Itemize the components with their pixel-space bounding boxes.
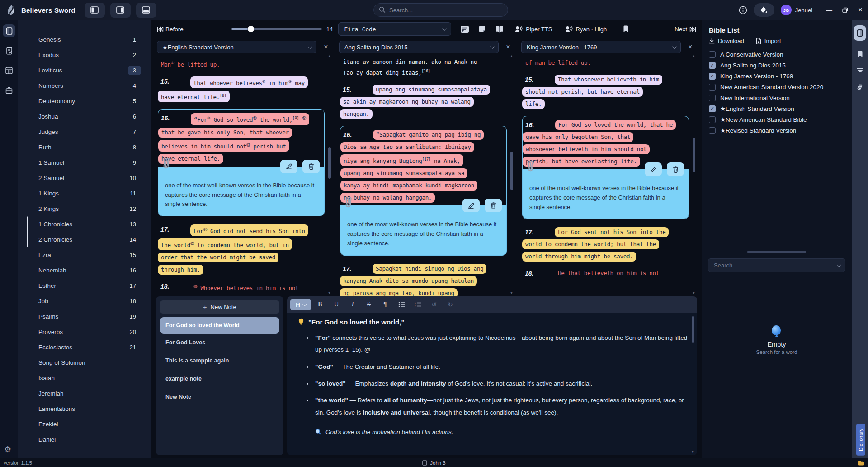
bible-list-tab-icon[interactable] xyxy=(854,25,866,41)
book-row[interactable]: Song of Solomon xyxy=(18,355,151,370)
column-scrollbar[interactable]: ▲▼ xyxy=(692,54,696,295)
note-list-item[interactable]: This is a sampple again xyxy=(160,352,279,370)
verse-text[interactable]: kanyang Anak dito sa mundo upang hatulan xyxy=(340,276,477,286)
font-family-select[interactable]: Fira Code xyxy=(338,22,451,36)
bible-version-row[interactable]: ✓King James Version - 1769 xyxy=(709,71,844,81)
delete-note-button[interactable] xyxy=(302,160,320,173)
book-row[interactable]: Numbers4 xyxy=(18,78,151,93)
book-row[interactable]: Daniel xyxy=(18,432,151,447)
book-row[interactable]: 2 Chronicles14 xyxy=(18,232,151,247)
book-row[interactable]: Judges7 xyxy=(18,124,151,139)
verse-text[interactable]: world through him might be saved. xyxy=(522,252,636,262)
verse-text[interactable]: Dios sa mga tao sa sanlibutan: Ibinigay xyxy=(340,142,474,152)
minimize-button[interactable]: — xyxy=(826,6,832,14)
highlights-tab-icon[interactable] xyxy=(857,67,863,73)
edit-note-button[interactable] xyxy=(462,199,480,212)
edit-note-button[interactable] xyxy=(645,162,662,176)
scrollbar-thumb[interactable] xyxy=(510,152,513,190)
close-column-button[interactable]: × xyxy=(320,43,332,51)
bullet-list-button[interactable] xyxy=(394,299,409,310)
bible-version-row[interactable]: ✓Ang Salita ng Dios 2015 xyxy=(709,60,844,71)
verse-text[interactable]: world to condemn the world; but that the xyxy=(522,239,659,249)
book-row[interactable]: Job18 xyxy=(18,293,151,309)
delete-note-button[interactable] xyxy=(485,199,502,212)
note-list-item[interactable]: example note xyxy=(160,370,279,388)
tts-engine-selector[interactable]: Piper TTS xyxy=(515,26,552,33)
delete-note-button[interactable] xyxy=(667,162,684,176)
column-scrollbar[interactable]: ▲▼ xyxy=(509,54,514,295)
note-list-item[interactable]: New Note xyxy=(160,388,279,406)
underline-button[interactable]: U xyxy=(329,299,344,310)
book-row[interactable]: Ezekiel xyxy=(18,416,151,432)
new-note-button[interactable]: + New Note xyxy=(160,300,279,314)
bold-button[interactable]: B xyxy=(313,299,327,310)
verse-text[interactable]: ⑯ Whoever believes in him is not xyxy=(190,281,302,293)
slider-thumb[interactable] xyxy=(248,26,254,32)
verse-text[interactable]: through him. xyxy=(158,265,203,275)
verse-text[interactable]: upang ang sinumang sumasampalataya xyxy=(373,85,490,95)
bookmark-tab-icon[interactable] xyxy=(857,51,863,57)
book-row[interactable]: Esther17 xyxy=(18,278,151,293)
book-row[interactable]: Joshua6 xyxy=(18,109,151,124)
edit-note-button[interactable] xyxy=(280,160,297,173)
editor-content[interactable]: "For God so loved the world," "For" conn… xyxy=(287,313,697,455)
verse-text[interactable]: the world⑮ to condemn the world, but in xyxy=(158,238,292,250)
avatar[interactable]: JG xyxy=(781,5,792,15)
toggle-left-panel-button[interactable] xyxy=(85,3,105,18)
book-row[interactable]: Proverbs20 xyxy=(18,324,151,339)
version-checkbox[interactable]: ✓ xyxy=(709,105,716,112)
book-row[interactable]: Genesis1 xyxy=(18,32,151,47)
book-row[interactable]: Ecclesiastes21 xyxy=(18,339,151,355)
verse-text[interactable]: For⑭ God did not send his Son into xyxy=(190,224,308,236)
next-button[interactable]: Next xyxy=(675,26,696,33)
bible-version-row[interactable]: ✓★English Standard Version xyxy=(709,103,844,114)
book-row[interactable]: 1 Samuel9 xyxy=(18,155,151,170)
book-row[interactable]: Isaiah xyxy=(18,370,151,386)
book-row[interactable]: Jeremiah xyxy=(18,386,151,401)
bible-version-row[interactable]: New International Version xyxy=(709,92,844,103)
book-row[interactable]: 1 Kings11 xyxy=(18,186,151,201)
verse-text[interactable]: kanya ay hindi mapahamak kundi magkaroon xyxy=(340,181,477,191)
book-row[interactable]: Psalms19 xyxy=(18,309,151,324)
version-checkbox[interactable] xyxy=(709,116,716,123)
bookmark-icon[interactable] xyxy=(623,25,629,33)
verse-text[interactable]: For God sent not his Son into the xyxy=(555,227,669,237)
column-scrollbar[interactable]: ▲▼ xyxy=(327,54,332,295)
book-row[interactable]: 1 Chronicles13 xyxy=(18,216,151,232)
study-notes-icon[interactable] xyxy=(3,44,15,57)
verse-text[interactable]: hanggan. xyxy=(340,109,373,119)
book-list-scroll-indicator[interactable] xyxy=(27,216,28,247)
ordered-list-button[interactable]: 12 xyxy=(410,299,425,310)
verse-text[interactable]: niya ang kanyang Bugtong[17] na Anak, xyxy=(340,154,463,166)
verse-text[interactable]: itang ay ganoon din naman, ako na Anak n… xyxy=(340,58,480,64)
verse-text[interactable]: Man⑦ be lifted up, xyxy=(158,58,223,70)
version-select[interactable]: ★English Standard Version xyxy=(157,41,316,53)
user-name[interactable]: Jenuel xyxy=(795,7,812,14)
before-button[interactable]: Before xyxy=(157,26,184,33)
verse-text[interactable]: “Sapagkat ganito ang pag-ibig ng xyxy=(373,130,484,140)
font-size-slider[interactable] xyxy=(231,28,322,30)
verse-text[interactable]: He that believeth on him is not xyxy=(555,268,662,278)
verse-text[interactable]: upang ang sinumang sumasampalataya sa xyxy=(340,168,467,178)
verse-text[interactable]: Sapagkat hindi sinugo ng Dios ang xyxy=(373,264,486,274)
modules-icon[interactable] xyxy=(3,84,15,97)
settings-gear-icon[interactable]: ⚙ xyxy=(4,444,11,454)
version-checkbox[interactable] xyxy=(709,127,716,134)
verse-text[interactable]: Tao ay dapat ding itaas,[16] xyxy=(340,66,434,78)
current-passage[interactable]: John 3 xyxy=(0,460,868,466)
verse-text[interactable]: For God so loved the world, that he xyxy=(555,120,676,130)
version-checkbox[interactable] xyxy=(709,51,716,58)
verse-text[interactable]: order that the world might be saved xyxy=(158,253,278,262)
version-checkbox[interactable]: ✓ xyxy=(709,62,716,69)
book-row[interactable]: Leviticus3 xyxy=(18,62,151,78)
panel-divider[interactable] xyxy=(747,251,806,253)
verse-area[interactable]: Man⑦ be lifted up,15.that whoever believ… xyxy=(156,54,333,296)
close-column-button[interactable]: × xyxy=(502,43,514,51)
tts-queue-icon[interactable] xyxy=(460,25,469,33)
undo-button[interactable]: ↺ xyxy=(427,299,441,310)
dictionary-tab[interactable]: Dictionary xyxy=(856,424,865,456)
global-search-input[interactable] xyxy=(373,3,508,17)
restore-button[interactable] xyxy=(842,7,848,13)
verse-area[interactable]: of man be lifted up:15.That whosoever be… xyxy=(520,54,697,296)
verse-text[interactable]: gave his only begotten Son, that xyxy=(523,132,633,142)
